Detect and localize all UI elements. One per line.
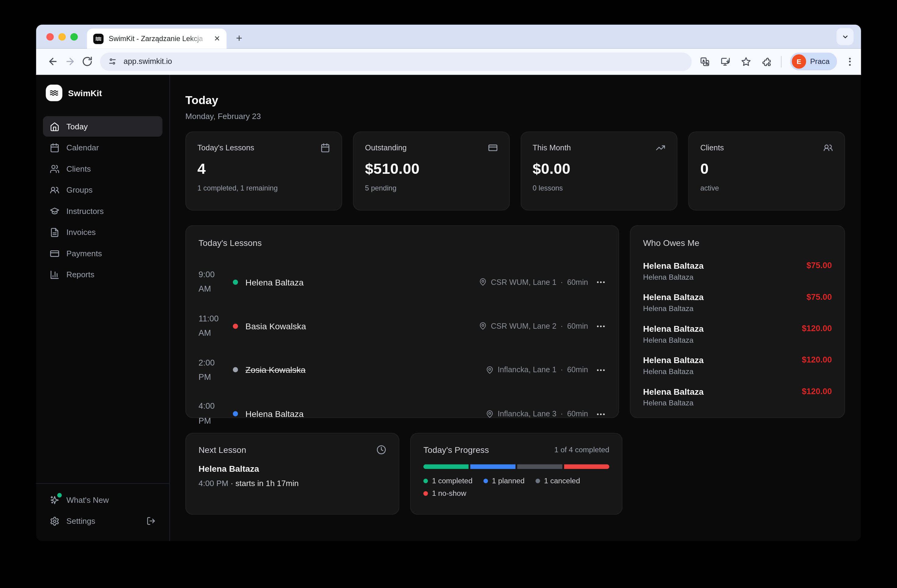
stat-card-this-month: This Month $0.00 0 lessons <box>520 131 678 210</box>
lesson-client-name: Helena Baltaza <box>245 277 303 287</box>
sidebar-item-reports[interactable]: Reports <box>43 264 162 285</box>
forward-icon[interactable] <box>61 53 78 70</box>
owed-amount: $120.00 <box>802 355 832 376</box>
progress-summary: 1 of 4 completed <box>554 446 609 454</box>
lesson-client-name: Basia Kowalska <box>245 321 306 331</box>
row-menu-icon[interactable]: ••• <box>597 367 606 373</box>
brand: SwimKit <box>43 85 162 101</box>
stat-value: 4 <box>197 160 330 178</box>
brand-name: SwimKit <box>68 88 102 98</box>
stat-label: This Month <box>533 144 571 152</box>
owes-row[interactable]: Helena BaltazaHelena Baltaza $75.00 <box>643 287 832 318</box>
zoom-window-button[interactable] <box>70 33 78 40</box>
sidebar-item-groups[interactable]: Groups <box>43 180 162 200</box>
browser-window: SwimKit - Zarządzanie Lekcja ✕ + <box>36 24 861 541</box>
stats-row: Today's Lessons 4 1 completed, 1 remaini… <box>185 131 845 210</box>
owed-amount: $75.00 <box>807 292 832 313</box>
lesson-time: 11:00AM <box>199 312 228 341</box>
next-lesson-card: Next Lesson Helena Baltaza 4:00 PM · sta… <box>185 433 400 515</box>
new-tab-button[interactable]: + <box>231 31 247 47</box>
tab-close-icon[interactable]: ✕ <box>212 34 222 44</box>
main-content: Today Monday, February 23 Today's Lesson… <box>170 75 861 541</box>
sidebar-item-payments[interactable]: Payments <box>43 243 162 264</box>
lesson-time: 4:00 PM <box>199 399 228 428</box>
extensions-puzzle-icon[interactable] <box>760 55 772 67</box>
debtor-name: Helena Baltaza <box>643 324 704 334</box>
debtor-sub: Helena Baltaza <box>643 336 704 344</box>
url-text: app.swimkit.io <box>124 57 172 66</box>
map-pin-icon <box>486 366 494 374</box>
debtor-sub: Helena Baltaza <box>643 304 704 313</box>
stat-value: $510.00 <box>365 160 498 178</box>
sidebar-item-label: What's New <box>66 495 109 504</box>
map-pin-icon <box>486 410 494 418</box>
browser-toolbar: app.swimkit.io E Praca <box>36 49 861 75</box>
status-dot <box>233 324 238 329</box>
users-icon <box>50 164 60 174</box>
swimkit-favicon <box>93 34 104 44</box>
lesson-row[interactable]: 9:00AM Helena Baltaza CSR WUM, Lane 1·60… <box>199 260 606 304</box>
logout-icon[interactable] <box>147 516 156 525</box>
sidebar-bottom: What's New Settings <box>43 483 162 532</box>
stat-card-outstanding: Outstanding $510.00 5 pending <box>353 131 510 210</box>
toolbar-divider <box>781 56 782 67</box>
minimize-window-button[interactable] <box>58 33 66 40</box>
sidebar-item-invoices[interactable]: Invoices <box>43 222 162 243</box>
lesson-row[interactable]: 11:00AM Basia Kowalska CSR WUM, Lane 2·6… <box>199 304 606 348</box>
reload-icon[interactable] <box>78 53 95 70</box>
address-bar[interactable]: app.swimkit.io <box>100 52 692 70</box>
who-owes-me-panel: Who Owes Me Helena BaltazaHelena Baltaza… <box>630 225 845 418</box>
legend-dot <box>536 478 540 483</box>
lesson-row[interactable]: 2:00 PM Zosia Kowalska Inflancka, Lane 1… <box>199 348 606 392</box>
next-lesson-time: 4:00 PM · starts in 1h 17min <box>199 479 386 488</box>
row-menu-icon[interactable]: ••• <box>597 410 606 417</box>
close-window-button[interactable] <box>46 33 54 40</box>
tab-search-chevron-icon[interactable] <box>836 28 853 45</box>
legend-item: 1 planned <box>483 476 525 485</box>
row-menu-icon[interactable]: ••• <box>597 322 606 330</box>
lesson-time: 2:00 PM <box>199 356 228 384</box>
stat-sub: 5 pending <box>365 184 498 192</box>
sidebar-item-label: Reports <box>66 270 94 279</box>
browser-menu-icon[interactable] <box>845 58 854 66</box>
swimkit-logo-icon <box>46 85 62 101</box>
sidebar-item-settings[interactable]: Settings <box>43 511 162 531</box>
owes-row[interactable]: Helena BaltazaHelena Baltaza $120.00 <box>643 350 832 381</box>
file-text-icon <box>50 228 60 237</box>
owes-row[interactable]: Helena BaltazaHelena Baltaza $120.00 <box>643 319 832 350</box>
sidebar-item-whats-new[interactable]: What's New <box>43 489 162 510</box>
sidebar-item-clients[interactable]: Clients <box>43 158 162 179</box>
lesson-row[interactable]: 4:00 PM Helena Baltaza Inflancka, Lane 3… <box>199 392 606 436</box>
progress-bar <box>423 464 609 469</box>
sidebar-item-instructors[interactable]: Instructors <box>43 201 162 221</box>
sidebar-item-label: Groups <box>66 185 93 194</box>
lesson-client-name: Helena Baltaza <box>245 409 303 419</box>
profile-chip[interactable]: E Praca <box>790 53 837 70</box>
browser-tab[interactable]: SwimKit - Zarządzanie Lekcja ✕ <box>87 29 227 49</box>
back-icon[interactable] <box>44 53 61 70</box>
owes-row[interactable]: Helena BaltazaHelena Baltaza $75.00 <box>643 256 832 287</box>
owed-amount: $120.00 <box>802 324 832 345</box>
stat-label: Today's Lessons <box>197 144 254 152</box>
owes-row[interactable]: Helena BaltazaHelena Baltaza $120.00 <box>643 381 832 413</box>
debtor-name: Helena Baltaza <box>643 355 704 365</box>
owed-amount: $75.00 <box>807 261 832 281</box>
status-dot <box>233 411 238 416</box>
stat-value: 0 <box>700 160 833 178</box>
row-menu-icon[interactable]: ••• <box>597 279 606 286</box>
sidebar-item-calendar[interactable]: Calendar <box>43 137 162 158</box>
trending-up-icon <box>655 143 665 153</box>
lesson-time: 9:00AM <box>199 267 228 296</box>
panel-title: Who Owes Me <box>643 238 832 248</box>
translate-icon[interactable] <box>698 55 710 67</box>
card-title: Next Lesson <box>199 445 246 455</box>
install-app-icon[interactable] <box>719 55 731 67</box>
lesson-meta: CSR WUM, Lane 2·60min <box>479 322 588 330</box>
sidebar-item-today[interactable]: Today <box>43 116 162 137</box>
bookmark-star-icon[interactable] <box>740 55 752 67</box>
lesson-client-name: Zosia Kowalska <box>245 365 305 375</box>
calendar-icon <box>320 143 330 153</box>
sidebar-nav: Today Calendar Clients Groups <box>43 116 162 285</box>
owed-amount: $120.00 <box>802 386 832 407</box>
stat-card-todays-lessons: Today's Lessons 4 1 completed, 1 remaini… <box>185 131 342 210</box>
